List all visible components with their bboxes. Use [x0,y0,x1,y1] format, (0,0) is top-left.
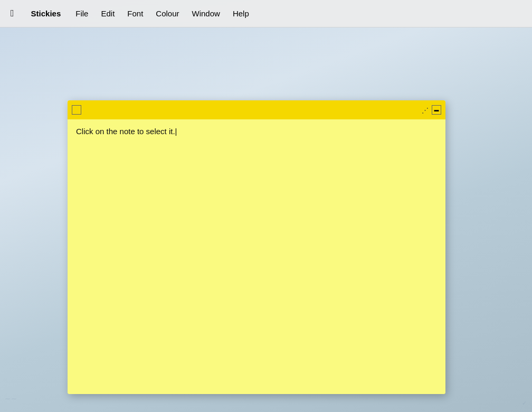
sticky-titlebar[interactable]: ⋰ ▬ [68,100,445,119]
menu-file[interactable]: File [69,7,94,20]
menu-window[interactable]: Window [186,7,226,20]
menubar:  Stickies File Edit Font Colour Window … [0,0,532,27]
sticky-body[interactable]: Click on the note to select it.| [68,119,445,394]
window-controls: ⋰ ▬ [422,105,441,115]
menu-colour[interactable]: Colour [149,7,185,20]
desktop: ⋰ ▬ Click on the note to select it.| ✓ ⁓… [0,27,532,412]
menu-font[interactable]: Font [121,7,149,20]
desktop-decoration-br: ✓ [522,400,527,407]
resize-icon: ⋰ [422,106,429,114]
menu-edit[interactable]: Edit [94,7,121,20]
sticky-note-window[interactable]: ⋰ ▬ Click on the note to select it.| [68,100,445,394]
collapse-button[interactable]: ▬ [432,105,441,115]
app-name[interactable]: Stickies [27,7,65,20]
sticky-text-content: Click on the note to select it.| [76,127,177,136]
close-button[interactable] [72,105,81,115]
collapse-icon: ▬ [434,108,439,113]
menu-help[interactable]: Help [226,7,255,20]
apple-menu[interactable]:  [6,6,18,21]
desktop-decoration-bl: ⁓ ⁓ [5,396,16,401]
